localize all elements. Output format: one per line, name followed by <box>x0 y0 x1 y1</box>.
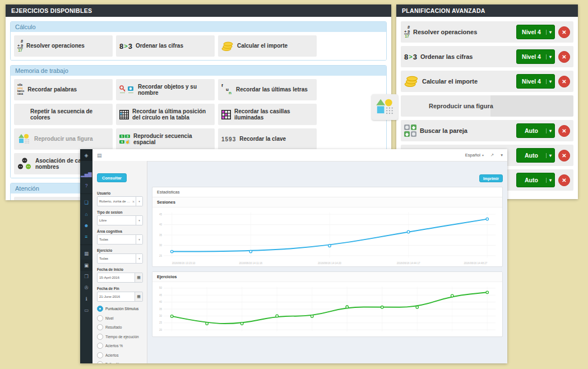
filter-value: 21-June-2016 <box>98 295 135 298</box>
exercise-calcular-el-importe[interactable]: Calcular el importe <box>218 35 317 57</box>
language-menu[interactable]: Español ▾ <box>465 153 484 158</box>
exercise-recordar-palabras[interactable]: sillareloj barcocasa Recordar palabras <box>14 79 113 100</box>
imprimir-button[interactable]: Imprimir <box>479 174 503 182</box>
close-icon: ✕ <box>562 177 566 183</box>
metric-radio[interactable]: Tiempo de ejecución <box>97 334 145 340</box>
exercise-ordenar-las-cifras[interactable]: 8>3 Ordenar las cifras <box>116 35 215 57</box>
radio-dot <box>97 306 103 312</box>
filter-field: Ejercicio Todas × ▾ ▦ <box>97 248 143 264</box>
svg-text:35: 35 <box>159 308 162 311</box>
sidebar-icon[interactable]: ▦ <box>80 245 92 260</box>
radio-dot <box>97 352 103 358</box>
exercise-resolver-operaciones[interactable]: 8+ 917 Resolver operaciones <box>14 35 113 57</box>
close-icon: ✕ <box>562 128 566 134</box>
level-select[interactable]: Nivel 4▾ <box>516 74 555 89</box>
filter-field: Fecha de Fin 21-June-2016 × ▾ ▦ <box>97 287 143 302</box>
calendar-icon[interactable]: ▦ <box>135 273 142 282</box>
exercise-recordar-objetos[interactable]: Recordar objetos y su nombre <box>116 79 215 100</box>
exercise-secuencia-espacial[interactable]: 13 4☝ Reproducir secuencia espacial <box>116 128 215 150</box>
planned-exercise-row-dragging[interactable]: Reproducir una figura <box>401 95 573 117</box>
sidebar-icon[interactable]: ☻ <box>80 220 92 231</box>
remove-button[interactable]: ✕ <box>558 125 570 137</box>
level-select[interactable]: Auto▾ <box>516 148 555 163</box>
metric-radio[interactable]: Aciertos % <box>97 343 145 349</box>
sidebar-icon[interactable]: ℹ <box>80 293 92 305</box>
exercise-reproducir-figura[interactable]: Reproducir una figura <box>14 128 113 150</box>
section-calculo: Cálculo 8+ 917 Resolver operaciones 8>3 … <box>10 21 387 61</box>
sidebar-icon[interactable]: ❐ <box>80 271 92 282</box>
filter-control[interactable]: Todas × ▾ ▦ <box>97 253 143 264</box>
filter-control[interactable]: 15-April-2016 × ▾ ▦ <box>97 273 143 283</box>
sidebar-icon[interactable]: ▂▅▇ <box>80 169 92 180</box>
sidebar-icon[interactable]: ▣ <box>80 260 92 271</box>
exercise-ultimas-letras[interactable]: f u n Recordar las últimas letras <box>218 79 317 100</box>
filter-label: Tipo de sesion <box>97 210 143 214</box>
metric-radio[interactable]: Nivel <box>97 315 145 321</box>
svg-text:2016/06/16 14:14:20: 2016/06/16 14:14:20 <box>318 262 341 265</box>
planned-exercise-row[interactable]: Calcular el importe Nivel 4▾ ✕ <box>401 71 573 92</box>
metric-radio[interactable]: Aciertos <box>97 352 145 358</box>
filter-control[interactable]: Todas × ▾ ▦ <box>97 234 143 245</box>
dragged-exercise-icon[interactable] <box>372 94 398 120</box>
calendar-icon[interactable]: ▦ <box>135 292 142 301</box>
app-logo[interactable]: ◈ <box>80 149 92 161</box>
filter-value: Libre <box>98 219 136 222</box>
faces-icon <box>17 158 32 170</box>
filter-label: Fecha de Fin <box>97 287 143 290</box>
word-list-icon: sillareloj barcocasa <box>17 84 24 96</box>
svg-text:40: 40 <box>159 223 162 226</box>
grid-circle-icon <box>119 110 129 119</box>
pairs-icon <box>404 124 416 137</box>
metric-radio[interactable]: Fallos % <box>97 361 145 363</box>
advanced-planning-title: PLANIFICACION AVANZADA <box>396 4 578 17</box>
radio-label: Puntuación Stimulus <box>105 307 138 311</box>
sidebar-icon[interactable]: ⌂ <box>80 209 92 220</box>
app-sidebar: ◈ ▂▅▇?❏⌂☻≡▦▣❐✇ℹ▭ <box>80 149 92 363</box>
filter-control[interactable]: 21-June-2016 × ▾ ▦ <box>97 292 143 302</box>
user-menu-icon[interactable]: ▾ <box>501 153 503 158</box>
exercise-secuencia-colores[interactable]: Repetir la secuencia de colores <box>14 104 113 125</box>
metric-radio[interactable]: Puntuación Stimulus <box>97 306 145 312</box>
consultar-button[interactable]: Consultar <box>97 173 127 182</box>
sidebar-icon[interactable]: ▭ <box>80 305 92 316</box>
sidebar-icon[interactable]: ? <box>80 180 92 191</box>
planned-exercise-row[interactable]: 8+ 917 Resolver operaciones Nivel 4▾ ✕ <box>401 21 573 43</box>
remove-button[interactable]: ✕ <box>558 26 570 38</box>
filter-control[interactable]: Roberto, zurita de todos los s... × ▾ ▦ <box>97 196 143 206</box>
svg-text:30: 30 <box>159 244 162 247</box>
sidebar-icon[interactable]: ✇ <box>80 282 92 293</box>
radio-label: Aciertos % <box>105 344 123 348</box>
level-select[interactable]: Nivel 4▾ <box>516 25 555 39</box>
level-select[interactable]: Auto▾ <box>516 123 555 138</box>
exercise-posicion-circulo[interactable]: Recordar la última posición del círculo … <box>116 104 215 125</box>
planned-exercise-row[interactable]: 8>3 Ordenar las cifras Nivel 4▾ ✕ <box>401 46 573 67</box>
remove-button[interactable]: ✕ <box>558 76 570 87</box>
level-select[interactable]: Nivel 4▾ <box>516 49 555 64</box>
math-sum-icon: 8+ 917 <box>17 39 23 52</box>
expand-icon[interactable]: ↗ <box>490 153 494 158</box>
radio-dot <box>97 361 103 363</box>
filter-field: Tipo de sesion Libre × ▾ ▦ <box>97 210 143 225</box>
sidebar-icon[interactable]: ≡ <box>80 231 92 242</box>
metric-radio[interactable]: Resultado <box>97 324 145 330</box>
exercise-recordar-clave[interactable]: 1593 Recordar la clave <box>218 128 317 150</box>
remove-button[interactable]: ✕ <box>558 174 570 186</box>
grid-lit-icon <box>221 110 231 119</box>
filter-control[interactable]: Libre × ▾ ▦ <box>97 215 143 225</box>
remove-button[interactable]: ✕ <box>558 51 570 63</box>
chevron-down-icon: ▾ <box>136 254 142 263</box>
svg-text:2016/06/16 13:23:10: 2016/06/16 13:23:10 <box>172 262 196 265</box>
menu-toggle-icon[interactable]: ▤ <box>97 153 102 158</box>
ejercicios-chart: 50454035302520 <box>152 282 502 336</box>
level-select[interactable]: Auto▾ <box>516 173 555 187</box>
filter-value: Todas <box>98 238 136 241</box>
remove-button[interactable]: ✕ <box>558 150 570 162</box>
planned-exercise-row[interactable]: Buscar la pareja Auto▾ ✕ <box>401 120 573 141</box>
exercise-casillas-iluminadas[interactable]: Recordar las casillas iluminadas <box>218 104 317 125</box>
close-icon: ✕ <box>562 29 566 35</box>
radio-label: Aciertos <box>105 353 118 357</box>
filter-value: 15-April-2016 <box>98 276 135 279</box>
key-digits-icon: 1593 <box>221 136 236 142</box>
sidebar-icon[interactable]: ❏ <box>80 193 92 209</box>
stats-main: Imprimir Estadísticas Sesiones 454035302… <box>147 161 507 363</box>
